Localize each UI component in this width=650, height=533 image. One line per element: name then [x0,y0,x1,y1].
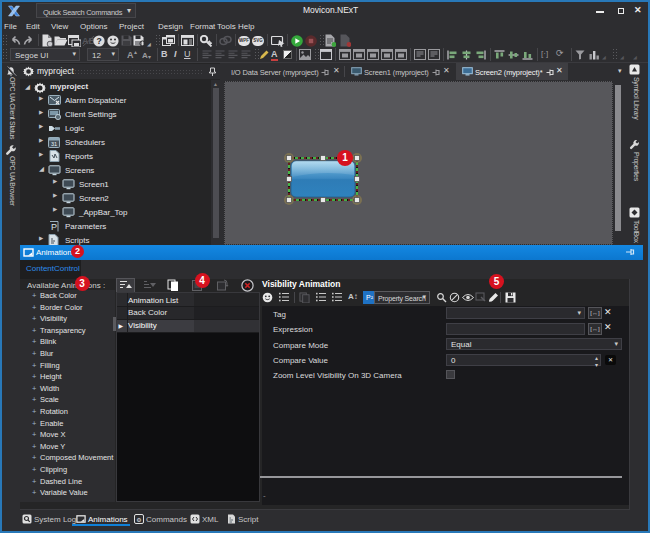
svg-text:P: P [51,222,57,232]
svg-text:⚙: ⚙ [136,516,141,522]
svg-text:?: ? [96,36,101,46]
svg-text:31: 31 [51,141,57,147]
